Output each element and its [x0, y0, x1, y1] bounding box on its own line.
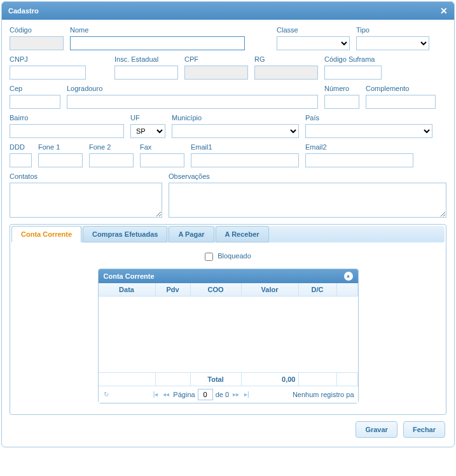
label-nome: Nome — [70, 25, 245, 35]
tab-a-pagar[interactable]: A Pagar — [169, 226, 214, 242]
label-cpf: CPF — [184, 54, 248, 64]
tab-a-receber[interactable]: A Receber — [216, 226, 269, 242]
label-cep: Cep — [10, 83, 60, 94]
fax-input[interactable] — [140, 153, 184, 167]
codigo-input — [10, 36, 64, 50]
fone1-input[interactable] — [38, 153, 83, 167]
dialog-title: Cadastro — [8, 7, 39, 15]
header-pdv[interactable]: Pdv — [156, 283, 191, 296]
cep-input[interactable] — [10, 95, 60, 109]
label-codigo-suframa: Código Suframa — [324, 54, 382, 64]
label-numero: Número — [324, 83, 359, 94]
label-bloqueado: Bloqueado — [218, 252, 251, 260]
label-email1: Email1 — [191, 142, 299, 152]
label-fone2: Fone 2 — [89, 142, 134, 152]
insc-estadual-input[interactable] — [114, 66, 178, 80]
label-pais: País — [305, 113, 432, 123]
rg-input — [254, 66, 318, 80]
grid-title: Conta Corrente — [104, 272, 155, 280]
tab-content: Bloqueado Conta Corrente ▲ Data Pdv COO … — [11, 242, 445, 413]
prev-page-icon[interactable]: ◂◂ — [162, 391, 170, 398]
label-uf: UF — [130, 113, 165, 123]
pager-page-input[interactable] — [198, 389, 213, 400]
footer-total-value: 0,00 — [242, 373, 299, 386]
refresh-icon[interactable]: ↻ — [102, 391, 110, 398]
label-logradouro: Logradouro — [67, 83, 318, 94]
pager-page-post: de 0 — [216, 391, 229, 398]
email2-input[interactable] — [305, 153, 413, 167]
cnpj-input[interactable] — [10, 66, 86, 80]
dialog-footer: Gravar Fechar — [10, 415, 446, 439]
tipo-select[interactable] — [356, 36, 429, 50]
grid-pager: ↻ |◂ ◂◂ Página de 0 ▸▸ ▸| Nenhum registr… — [99, 386, 358, 403]
grid-footer-row: Total 0,00 — [99, 373, 358, 386]
pager-page-pre: Página — [173, 391, 195, 398]
pager-status: Nenhum registro pa — [293, 391, 354, 398]
uf-select[interactable]: SP — [130, 124, 165, 138]
tabs-container: Conta Corrente Compras Efetuadas A Pagar… — [10, 224, 446, 415]
label-insc-estadual: Insc. Estadual — [114, 54, 178, 64]
gravar-button[interactable]: Gravar — [356, 421, 397, 438]
dialog-body: Código Nome Classe Tipo CNPJ — [2, 20, 454, 447]
label-email2: Email2 — [305, 142, 413, 152]
label-observacoes: Observações — [169, 171, 446, 181]
header-valor[interactable]: Valor — [242, 283, 299, 296]
ddd-input[interactable] — [10, 153, 32, 167]
label-fone1: Fone 1 — [38, 142, 83, 152]
footer-total-label: Total — [191, 373, 242, 386]
bairro-input[interactable] — [10, 124, 124, 138]
cpf-input — [184, 66, 248, 80]
tab-compras-efetuadas[interactable]: Compras Efetuadas — [83, 226, 167, 242]
label-codigo: Código — [10, 25, 64, 35]
header-coo[interactable]: COO — [191, 283, 242, 296]
tabs-nav: Conta Corrente Compras Efetuadas A Pagar… — [11, 226, 445, 242]
header-dc[interactable]: D/C — [299, 283, 337, 296]
label-tipo: Tipo — [356, 25, 429, 35]
grid-conta-corrente: Conta Corrente ▲ Data Pdv COO Valor D/C — [98, 269, 359, 403]
municipio-select[interactable] — [172, 124, 299, 138]
grid-body — [99, 297, 358, 373]
codigo-suframa-input[interactable] — [324, 66, 382, 80]
dialog-cadastro: Cadastro ✕ Código Nome Classe Tipo — [1, 1, 455, 447]
header-spacer — [337, 283, 358, 296]
observacoes-textarea[interactable] — [169, 183, 446, 218]
nome-input[interactable] — [70, 36, 245, 50]
classe-select[interactable] — [277, 36, 350, 50]
next-page-icon[interactable]: ▸▸ — [231, 391, 240, 398]
numero-input[interactable] — [324, 95, 359, 109]
bloqueado-checkbox[interactable] — [205, 253, 213, 261]
contatos-textarea[interactable] — [10, 183, 162, 218]
last-page-icon[interactable]: ▸| — [243, 391, 251, 398]
pais-select[interactable] — [305, 124, 432, 138]
label-contatos: Contatos — [10, 171, 162, 181]
grid-title-bar: Conta Corrente ▲ — [99, 269, 358, 283]
label-municipio: Município — [172, 113, 299, 123]
label-complemento: Complemento — [366, 83, 436, 94]
header-data[interactable]: Data — [99, 283, 156, 296]
collapse-icon[interactable]: ▲ — [344, 272, 353, 281]
first-page-icon[interactable]: |◂ — [152, 391, 160, 398]
fechar-button[interactable]: Fechar — [403, 421, 445, 438]
label-bairro: Bairro — [10, 113, 124, 123]
fone2-input[interactable] — [89, 153, 134, 167]
tab-conta-corrente[interactable]: Conta Corrente — [11, 226, 81, 242]
label-cnpj: CNPJ — [10, 54, 86, 64]
label-ddd: DDD — [10, 142, 32, 152]
label-fax: Fax — [140, 142, 184, 152]
dialog-header: Cadastro ✕ — [2, 2, 454, 20]
email1-input[interactable] — [191, 153, 299, 167]
close-icon[interactable]: ✕ — [440, 6, 448, 16]
complemento-input[interactable] — [366, 95, 436, 109]
logradouro-input[interactable] — [67, 95, 318, 109]
grid-headers: Data Pdv COO Valor D/C — [99, 283, 358, 297]
label-rg: RG — [254, 54, 318, 64]
label-classe: Classe — [277, 25, 350, 35]
